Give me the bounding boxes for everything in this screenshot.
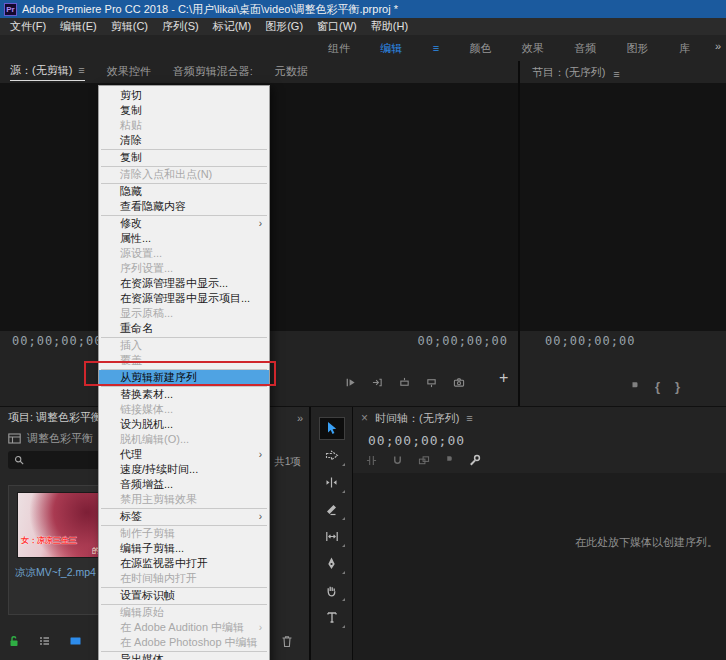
context-menu-item[interactable]: 在源监视器中打开 [99, 556, 269, 571]
trash-icon[interactable] [281, 635, 293, 648]
panel-tab[interactable]: 音频剪辑混合器: [173, 64, 253, 81]
play-in-icon[interactable] [345, 377, 356, 388]
workspace-tab-效果[interactable]: 效果 [522, 41, 544, 56]
wrench-icon[interactable] [469, 454, 481, 466]
context-menu-item[interactable]: 剪切 [99, 88, 269, 103]
insert-icon[interactable] [372, 377, 383, 388]
context-menu-item[interactable]: 在资源管理器中显示... [99, 276, 269, 291]
workspace-tab-编辑[interactable]: 编辑 [380, 41, 402, 56]
menubar-item[interactable]: 序列(S) [155, 18, 206, 35]
context-menu-item[interactable]: 复制 [99, 150, 269, 165]
menu-item-label: 音频增益... [120, 478, 173, 490]
tab-project[interactable]: 项目: 调整色彩平衡 [8, 410, 102, 425]
export-frame-icon[interactable] [453, 377, 465, 388]
context-menu-item[interactable]: 在时间轴内打开 [99, 571, 269, 586]
context-menu-item[interactable]: 重命名 [99, 321, 269, 336]
type-tool[interactable] [319, 606, 345, 629]
panel-menu-icon[interactable]: ≡ [466, 412, 472, 424]
context-menu-item[interactable]: 在 Adobe Audition 中编辑› [99, 620, 269, 635]
mark-out-icon[interactable]: } [675, 379, 680, 394]
context-menu-item[interactable]: 属性... [99, 231, 269, 246]
project-overflow-icon[interactable]: » [297, 412, 303, 424]
context-menu-item[interactable]: 设为脱机... [99, 417, 269, 432]
snap-icon[interactable] [366, 455, 377, 466]
hand-tool[interactable] [319, 579, 345, 602]
context-menu-item[interactable]: 在资源管理器中显示项目... [99, 291, 269, 306]
context-menu-item[interactable]: 脱机编辑(O)... [99, 432, 269, 447]
context-menu-item[interactable]: 设置标识帧 [99, 588, 269, 603]
selection-tool[interactable] [319, 417, 345, 440]
menubar-item[interactable]: 文件(F) [3, 18, 53, 35]
context-menu-item[interactable]: 插入 [99, 338, 269, 353]
workspace-tab-组件[interactable]: 组件 [328, 41, 350, 56]
context-menu-item[interactable]: 清除入点和出点(N) [99, 167, 269, 182]
panel-tab[interactable]: 元数据 [275, 64, 308, 81]
tab-timeline[interactable]: 时间轴：(无序列) [375, 411, 459, 426]
context-menu-item[interactable]: 导出媒体 [99, 652, 269, 660]
context-menu-item[interactable]: 禁用主剪辑效果 [99, 492, 269, 507]
slip-tool[interactable] [319, 525, 345, 548]
context-menu-item[interactable]: 编辑子剪辑... [99, 541, 269, 556]
clip-thumbnail[interactable]: 女：凉凉三生三 的 [17, 492, 103, 558]
list-view-icon[interactable] [38, 635, 51, 647]
marker-small-icon[interactable] [445, 455, 454, 465]
clip-filename[interactable]: 凉凉MV~f_2.mp4 [15, 566, 96, 580]
menubar-item[interactable]: 帮助(H) [364, 18, 415, 35]
context-menu-item[interactable]: 查看隐藏内容 [99, 199, 269, 214]
project-writable-icon[interactable] [8, 635, 20, 647]
workspace-tab-图形[interactable]: 图形 [627, 41, 649, 56]
menubar-item[interactable]: 窗口(W) [310, 18, 364, 35]
razor-tool[interactable] [319, 498, 345, 521]
panel-menu-icon[interactable]: ≡ [613, 68, 619, 80]
workspace-menu-icon[interactable]: ≡ [433, 42, 439, 54]
panel-tab[interactable]: 源：(无剪辑)≡ [10, 63, 85, 81]
menubar-item[interactable]: 编辑(E) [53, 18, 104, 35]
context-menu-item[interactable]: 速度/持续时间... [99, 462, 269, 477]
context-menu-item[interactable]: 标签› [99, 509, 269, 524]
context-menu-item[interactable]: 隐藏 [99, 184, 269, 199]
context-menu-item[interactable]: 修改› [99, 216, 269, 231]
panel-tab[interactable]: 效果控件 [107, 64, 151, 81]
context-menu-item[interactable]: 编辑原始 [99, 605, 269, 620]
close-panel-icon[interactable]: × [361, 411, 368, 425]
icon-view-icon[interactable] [69, 635, 82, 647]
context-menu-item[interactable]: 序列设置... [99, 261, 269, 276]
menubar-item[interactable]: 剪辑(C) [104, 18, 155, 35]
ripple-edit-tool[interactable] [319, 471, 345, 494]
context-menu-item[interactable]: 复制 [99, 103, 269, 118]
context-menu-item[interactable]: 粘贴 [99, 118, 269, 133]
context-menu-item[interactable]: 在 Adobe Photoshop 中编辑 [99, 635, 269, 650]
linked-selection-icon[interactable] [418, 455, 430, 466]
context-menu-item[interactable]: 源设置... [99, 246, 269, 261]
tab-program[interactable]: 节目：(无序列) [532, 65, 605, 80]
track-select-forward-tool[interactable] [319, 444, 345, 467]
extract-icon[interactable] [426, 377, 437, 388]
timeline-track-area[interactable]: 在此处放下媒体以创建序列。 [353, 473, 726, 660]
mark-in-icon[interactable]: { [655, 379, 660, 394]
context-menu-item[interactable]: 链接媒体... [99, 402, 269, 417]
panel-menu-icon[interactable]: ≡ [78, 64, 84, 76]
context-menu-item[interactable]: 音频增益... [99, 477, 269, 492]
context-menu-item[interactable]: 清除 [99, 133, 269, 148]
program-viewer [520, 83, 726, 331]
workspace-tab-颜色[interactable]: 颜色 [470, 41, 492, 56]
context-menu-item[interactable]: 制作子剪辑 [99, 526, 269, 541]
breadcrumb-label[interactable]: 调整色彩平衡 [27, 431, 93, 446]
context-menu-item[interactable]: 代理› [99, 447, 269, 462]
menubar-item[interactable]: 图形(G) [258, 18, 310, 35]
menu-item-label: 清除 [120, 134, 142, 146]
lift-icon[interactable] [399, 377, 410, 388]
menu-item-label: 禁用主剪辑效果 [120, 493, 197, 505]
workspace-tab-库[interactable]: 库 [679, 41, 690, 56]
context-menu-item[interactable]: 替换素材... [99, 387, 269, 402]
pen-tool[interactable] [319, 552, 345, 575]
workspace-overflow-icon[interactable]: » [715, 40, 721, 52]
workspace-tab-音频[interactable]: 音频 [574, 41, 596, 56]
menu-item-label: 复制 [120, 151, 142, 163]
magnet-icon[interactable] [392, 455, 403, 466]
button-editor-icon[interactable]: + [499, 369, 508, 387]
marker-icon[interactable] [630, 381, 640, 392]
context-menu-item[interactable]: 显示原稿... [99, 306, 269, 321]
menu-item-label: 清除入点和出点(N) [120, 168, 212, 180]
menubar-item[interactable]: 标记(M) [206, 18, 259, 35]
